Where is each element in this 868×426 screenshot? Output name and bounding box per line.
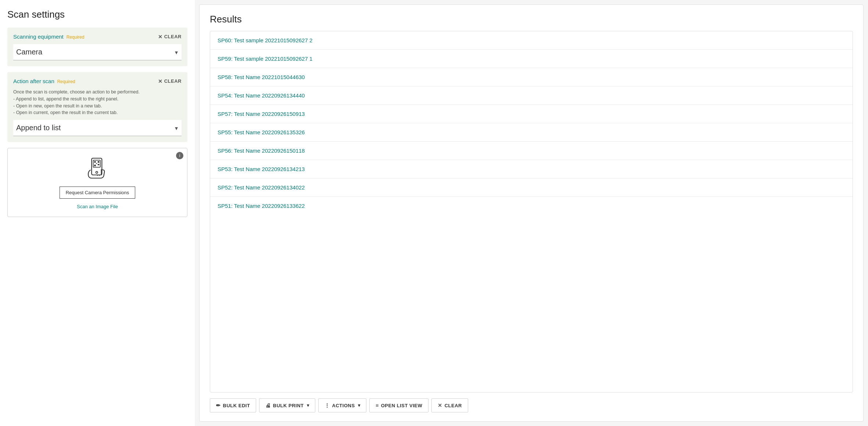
chevron-down-icon: ▾: [307, 403, 309, 408]
camera-permissions-box: i Request Camera Permissions Scan an Ima…: [7, 148, 187, 217]
action-after-scan-description: Once the scan is complete, choose an act…: [13, 89, 182, 116]
action-after-scan-value[interactable]: Append to list: [13, 120, 182, 136]
result-item[interactable]: SP58: Test Name 20221015044630: [210, 68, 853, 86]
chevron-down-icon: ▾: [358, 403, 361, 408]
scanning-equipment-required: Required: [67, 35, 85, 40]
results-list: SP60: Test sample 20221015092627 2SP59: …: [210, 31, 853, 393]
svg-rect-4: [94, 165, 96, 166]
svg-rect-5: [96, 163, 97, 164]
results-clear-button[interactable]: ✕ CLEAR: [431, 398, 468, 412]
close-icon: ✕: [438, 402, 442, 408]
result-item[interactable]: SP53: Test Name 20220926134213: [210, 160, 853, 178]
svg-rect-6: [98, 164, 99, 166]
result-item[interactable]: SP55: Test Name 20220926135326: [210, 123, 853, 142]
action-after-scan-section: Action after scan Required ✕ CLEAR Once …: [7, 72, 187, 142]
scanning-equipment-header: Scanning equipment Required ✕ CLEAR: [13, 33, 182, 40]
result-item[interactable]: SP57: Test Name 20220926150913: [210, 105, 853, 123]
scanning-equipment-value[interactable]: Camera: [13, 44, 182, 60]
action-after-scan-clear-button[interactable]: ✕ CLEAR: [158, 78, 182, 84]
left-panel: Scan settings Scanning equipment Require…: [0, 0, 195, 426]
svg-rect-3: [98, 161, 99, 163]
pencil-icon: ✏: [216, 402, 221, 408]
result-item[interactable]: SP52: Test Name 20220926134022: [210, 178, 853, 197]
results-toolbar: ✏ BULK EDIT 🖨 BULK PRINT ▾ ⋮ ACTIONS ▾ ≡…: [210, 398, 853, 412]
open-list-view-button[interactable]: ≡ OPEN LIST VIEW: [369, 398, 428, 412]
bulk-print-button[interactable]: 🖨 BULK PRINT ▾: [259, 398, 315, 412]
action-after-scan-select[interactable]: Append to list ▾: [13, 120, 182, 136]
scanning-equipment-section: Scanning equipment Required ✕ CLEAR Came…: [7, 28, 187, 66]
results-title: Results: [210, 14, 853, 25]
action-after-scan-label: Action after scan Required: [13, 78, 75, 84]
actions-button[interactable]: ⋮ ACTIONS ▾: [318, 398, 366, 412]
result-item[interactable]: SP60: Test sample 20221015092627 2: [210, 31, 853, 50]
action-after-scan-required: Required: [57, 79, 75, 84]
result-item[interactable]: SP54: Test Name 20220926134440: [210, 86, 853, 105]
more-icon: ⋮: [324, 402, 330, 408]
scanning-equipment-label: Scanning equipment Required: [13, 33, 84, 40]
close-icon: ✕: [158, 78, 163, 84]
list-icon: ≡: [376, 402, 379, 408]
printer-icon: 🖨: [265, 402, 271, 408]
camera-phone-icon: [85, 156, 110, 181]
info-icon[interactable]: i: [176, 152, 183, 159]
result-item[interactable]: SP59: Test sample 20221015092627 1: [210, 50, 853, 68]
scan-image-file-link[interactable]: Scan an Image File: [77, 204, 118, 209]
right-panel: Results SP60: Test sample 20221015092627…: [199, 4, 864, 422]
request-camera-permissions-button[interactable]: Request Camera Permissions: [60, 187, 136, 199]
result-item[interactable]: SP51: Test Name 20220926133622: [210, 197, 853, 215]
svg-point-7: [96, 171, 98, 173]
scanning-equipment-clear-button[interactable]: ✕ CLEAR: [158, 34, 182, 40]
result-item[interactable]: SP56: Test Name 20220926150118: [210, 142, 853, 160]
page-title: Scan settings: [7, 9, 187, 20]
action-after-scan-header: Action after scan Required ✕ CLEAR: [13, 78, 182, 84]
bulk-edit-button[interactable]: ✏ BULK EDIT: [210, 398, 256, 412]
scanning-equipment-select[interactable]: Camera ▾: [13, 44, 182, 60]
close-icon: ✕: [158, 34, 163, 40]
svg-rect-2: [94, 161, 96, 163]
